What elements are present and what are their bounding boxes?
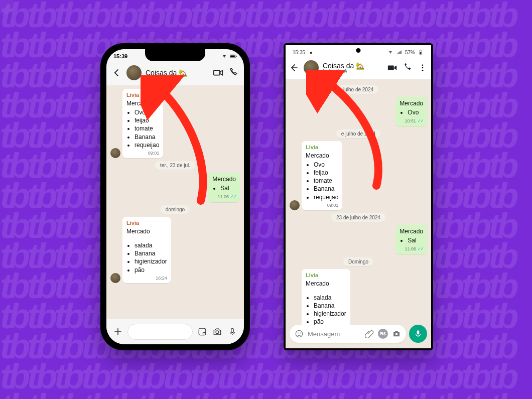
- list-item: Banana: [314, 185, 338, 193]
- message-time: 11:06✓✓: [400, 245, 423, 252]
- svg-rect-8: [420, 50, 421, 50]
- message-bubble[interactable]: LiviaMercadoOvofeijaotomateBananarequeij…: [122, 89, 163, 158]
- sender-name: Livia: [306, 272, 346, 279]
- plus-icon[interactable]: [112, 326, 123, 337]
- list-item: Banana: [135, 249, 167, 257]
- camera-icon[interactable]: [212, 326, 223, 337]
- message-bubble[interactable]: MercadoSal11:06✓✓: [395, 225, 427, 254]
- date-divider: 23 de julho de 2024: [331, 213, 385, 222]
- svg-point-12: [296, 330, 303, 337]
- message-in[interactable]: LiviaMercadosaladaBananahigienizadorpão1…: [110, 217, 240, 283]
- android-chat-area[interactable]: julho de 2024MercadoOvo10:51✓✓e julho de…: [286, 79, 431, 325]
- list-item: Ovo: [135, 108, 159, 116]
- battery-icon: [230, 54, 237, 59]
- svg-rect-2: [236, 56, 236, 57]
- list-item: requeijao: [314, 193, 338, 201]
- date-divider: Domingo: [343, 257, 373, 266]
- video-call-icon[interactable]: [213, 67, 224, 78]
- payment-icon[interactable]: R$: [378, 329, 388, 339]
- message-time: 16:24: [126, 275, 167, 281]
- message-in[interactable]: LiviaMercadosaladaBananahigienizadorpão1…: [290, 269, 427, 325]
- attach-icon[interactable]: [365, 329, 374, 338]
- background-pattern: tbtbtbtbtbtbtbtbtbtbtbtbtbtbtbtbtbtbtb t…: [0, 0, 532, 399]
- message-bubble[interactable]: LiviaMercadoOvofeijaotomateBananarequeij…: [302, 141, 342, 210]
- svg-point-11: [422, 70, 424, 71]
- message-time: 09:01: [126, 150, 159, 156]
- message-title: Mercado: [306, 152, 338, 160]
- ios-message-input[interactable]: [127, 324, 193, 340]
- android-input-bar: Mensagem R$: [286, 322, 431, 348]
- ios-chat-title[interactable]: Coisas da 🏡: [146, 69, 187, 77]
- message-bubble[interactable]: LiviaMercadosaladaBananahigienizadorpão1…: [302, 269, 350, 325]
- message-title: Mercado: [400, 227, 423, 235]
- message-title: Mercado: [126, 227, 167, 235]
- message-list: Sal: [215, 184, 236, 192]
- back-icon[interactable]: [289, 62, 300, 73]
- svg-rect-3: [199, 328, 206, 335]
- message-list: saladaBananahigienizadorpão: [129, 241, 167, 274]
- list-item: pão: [135, 266, 167, 274]
- message-out[interactable]: MercadoOvo10:51✓✓: [290, 97, 427, 126]
- svg-point-9: [422, 64, 424, 66]
- message-time: 09:01: [306, 202, 338, 208]
- android-chat-title-block[interactable]: Coisas da 🏡 Livia, Você: [323, 62, 364, 74]
- android-input-placeholder: Mensagem: [308, 330, 361, 338]
- message-in[interactable]: LiviaMercadoOvofeijaotomateBananarequeij…: [290, 141, 427, 210]
- list-item: feijao: [314, 169, 338, 177]
- sender-avatar: [110, 148, 120, 158]
- iphone-device-frame: 15:39 Coisas da 🏡 LiviaMercadoOvofeijaot…: [100, 43, 250, 350]
- date-divider: julho de 2024: [338, 85, 378, 94]
- message-in[interactable]: LiviaMercadoOvofeijaotomateBananarequeij…: [110, 89, 240, 158]
- message-list: saladaBananahigienizadorpão: [309, 294, 346, 325]
- message-list: OvofeijaotomateBananarequeijao: [309, 161, 338, 201]
- android-chat-header[interactable]: Coisas da 🏡 Livia, Você: [286, 58, 431, 79]
- list-item: higienizador: [314, 310, 346, 318]
- camera-icon[interactable]: [392, 329, 401, 338]
- date-divider: e julho de 2024: [336, 129, 380, 138]
- video-call-icon[interactable]: [387, 62, 398, 73]
- back-icon[interactable]: [111, 67, 122, 78]
- signal-icon: [396, 50, 403, 55]
- mic-button[interactable]: [409, 325, 427, 343]
- svg-rect-16: [417, 330, 420, 334]
- message-bubble[interactable]: LiviaMercadosaladaBananahigienizadorpão1…: [122, 217, 171, 283]
- android-screen: 15:35 ● 57% Coisas da 🏡 Livia, Você julh…: [286, 45, 431, 348]
- android-punch-hole: [356, 48, 361, 53]
- list-item: Sal: [220, 184, 236, 192]
- sender-name: Livia: [126, 91, 159, 99]
- message-out[interactable]: MercadoSal11:06✓✓: [290, 225, 427, 254]
- android-message-input[interactable]: Mensagem R$: [290, 325, 406, 343]
- more-icon[interactable]: [417, 62, 428, 73]
- svg-rect-1: [230, 55, 235, 57]
- message-out[interactable]: MercadoSal11:06✓✓: [110, 173, 240, 202]
- list-item: tomate: [314, 177, 338, 185]
- group-avatar[interactable]: [126, 65, 142, 80]
- voice-call-icon[interactable]: [402, 62, 413, 73]
- group-avatar[interactable]: [304, 60, 319, 75]
- battery-text: 57%: [405, 50, 415, 55]
- list-item: salada: [314, 294, 346, 302]
- read-ticks-icon: ✓✓: [417, 246, 423, 251]
- emoji-icon[interactable]: [295, 329, 304, 338]
- iphone-notch: [145, 49, 205, 61]
- date-divider: domingo: [161, 205, 190, 214]
- list-item: Banana: [314, 302, 346, 310]
- list-item: feijao: [135, 116, 159, 124]
- sticker-icon[interactable]: [197, 326, 208, 337]
- voice-call-icon[interactable]: [228, 67, 239, 78]
- message-bubble[interactable]: MercadoOvo10:51✓✓: [395, 97, 427, 126]
- message-bubble[interactable]: MercadoSal11:06✓✓: [208, 173, 240, 202]
- list-item: Sal: [408, 236, 423, 244]
- battery-icon: [417, 50, 424, 55]
- ios-input-bar: [106, 319, 244, 344]
- message-list: Sal: [403, 236, 423, 244]
- message-title: Mercado: [400, 99, 423, 107]
- iphone-screen: 15:39 Coisas da 🏡 LiviaMercadoOvofeijaot…: [106, 49, 244, 344]
- ios-chat-area[interactable]: LiviaMercadoOvofeijaotomateBananarequeij…: [106, 84, 244, 319]
- ios-chat-header[interactable]: Coisas da 🏡: [106, 62, 244, 85]
- mic-icon[interactable]: [227, 326, 238, 337]
- list-item: Banana: [135, 133, 159, 141]
- message-title: Mercado: [306, 280, 346, 288]
- svg-point-13: [298, 333, 299, 334]
- notification-dot-icon: ●: [310, 50, 313, 55]
